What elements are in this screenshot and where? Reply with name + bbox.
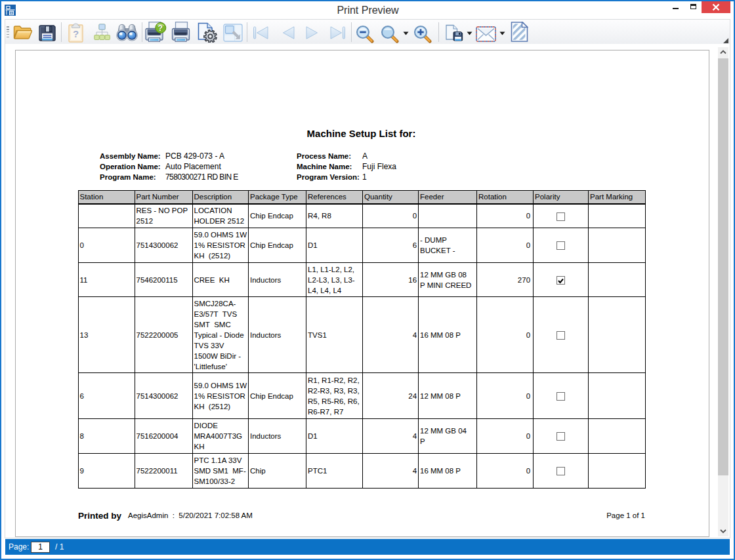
svg-text:?: ? bbox=[158, 24, 163, 33]
svg-text:?: ? bbox=[73, 28, 79, 39]
